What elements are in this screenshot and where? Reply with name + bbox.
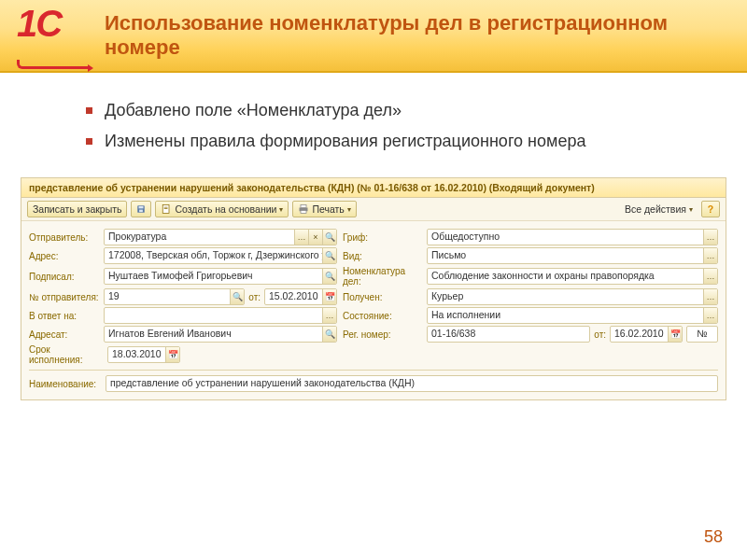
addressee-field[interactable]: Игнатов Евгений Иванович 🔍 — [104, 326, 337, 343]
svg-rect-7 — [301, 205, 306, 208]
slide-title: Использование номенклатуры дел в регистр… — [105, 11, 702, 60]
print-button[interactable]: Печать▾ — [292, 201, 356, 217]
grif-label: Гриф: — [343, 232, 423, 243]
bullet-item: Добавлено поле «Номенклатура дел» — [105, 95, 710, 126]
sender-date-field[interactable]: 15.02.2010 📅 — [264, 288, 337, 305]
grif-field[interactable]: Общедоступно … — [427, 229, 718, 245]
ellipsis-icon[interactable]: … — [294, 230, 308, 245]
calendar-icon[interactable]: 📅 — [165, 347, 179, 362]
help-button[interactable]: ? — [701, 201, 720, 217]
open-icon[interactable]: 🔍 — [322, 269, 336, 284]
kind-field[interactable]: Письмо … — [427, 247, 718, 264]
svg-rect-8 — [301, 211, 306, 214]
save-close-button[interactable]: Записать и закрыть — [27, 201, 127, 217]
calendar-icon[interactable]: 📅 — [668, 327, 682, 342]
toolbar: Записать и закрыть Создать на основании▾… — [21, 198, 726, 221]
save-button[interactable] — [131, 201, 151, 217]
sender-label: Отправитель: — [29, 232, 100, 243]
nomen-label: Номенклатура дел: — [343, 266, 423, 287]
state-label: Состояние: — [343, 311, 423, 321]
logo-1c: 1C — [17, 6, 90, 63]
nomen-field[interactable]: Соблюдение законности и охраны правопоря… — [427, 268, 718, 285]
reg-no-field[interactable]: 01-16/638 — [427, 326, 590, 343]
calendar-icon[interactable]: 📅 — [322, 289, 336, 304]
open-icon[interactable]: 🔍 — [322, 327, 336, 342]
app-window: представление об устранении нарушений за… — [21, 177, 726, 400]
kind-label: Вид: — [343, 251, 423, 261]
sender-no-field[interactable]: 19 🔍 — [104, 288, 245, 305]
help-icon: ? — [708, 203, 713, 215]
due-field[interactable]: 18.03.2010 📅 — [107, 346, 180, 363]
document-icon — [161, 203, 172, 215]
received-field[interactable]: Курьер … — [427, 288, 718, 305]
addressee-label: Адресат: — [29, 329, 100, 340]
clear-icon[interactable]: × — [308, 230, 322, 245]
ellipsis-icon[interactable]: … — [322, 308, 336, 323]
signed-field[interactable]: Нуштаев Тимофей Григорьевич 🔍 — [104, 268, 337, 285]
assign-number-button[interactable]: № — [686, 326, 718, 343]
sender-no-label: № отправителя: — [29, 292, 100, 302]
ellipsis-icon[interactable]: … — [703, 269, 717, 284]
page-number: 58 — [704, 527, 723, 547]
window-title: представление об устранении нарушений за… — [21, 178, 726, 198]
svg-rect-1 — [139, 206, 144, 209]
ellipsis-icon[interactable]: … — [703, 230, 717, 245]
ellipsis-icon[interactable]: … — [703, 308, 717, 323]
reply-to-field[interactable]: … — [104, 307, 337, 324]
printer-icon — [298, 203, 309, 215]
ellipsis-icon[interactable]: … — [703, 248, 717, 263]
reply-to-label: В ответ на: — [29, 311, 100, 321]
ellipsis-icon[interactable]: … — [703, 289, 717, 304]
create-based-button[interactable]: Создать на основании▾ — [155, 201, 289, 217]
open-icon[interactable]: 🔍 — [322, 230, 336, 245]
svg-rect-2 — [140, 210, 144, 213]
save-icon — [136, 203, 146, 215]
bullet-item: Изменены правила формирования регистраци… — [105, 126, 710, 157]
svg-rect-4 — [164, 207, 168, 208]
name-field[interactable]: представление об устранении нарушений за… — [106, 375, 718, 392]
address-label: Адрес: — [29, 251, 100, 261]
address-field[interactable]: 172008, Тверская обл, Торжок г, Дзержинс… — [104, 247, 337, 264]
received-label: Получен: — [343, 292, 423, 302]
reg-no-label: Рег. номер: — [343, 329, 423, 340]
signed-label: Подписал: — [29, 272, 100, 282]
open-icon[interactable]: 🔍 — [322, 248, 336, 263]
open-icon[interactable]: 🔍 — [230, 289, 244, 304]
reg-date-field[interactable]: 16.02.2010 📅 — [610, 326, 683, 343]
name-label: Наименование: — [29, 379, 100, 389]
all-actions-button[interactable]: Все действия▾ — [620, 202, 698, 217]
state-field[interactable]: На исполнении … — [427, 307, 718, 324]
sender-field[interactable]: Прокуратура … × 🔍 — [104, 229, 337, 245]
from-label: от: — [248, 292, 261, 302]
svg-rect-5 — [164, 208, 168, 209]
due-label: Срок исполнения: — [29, 344, 104, 365]
from-label-2: от: — [594, 329, 606, 340]
separator — [29, 370, 718, 371]
